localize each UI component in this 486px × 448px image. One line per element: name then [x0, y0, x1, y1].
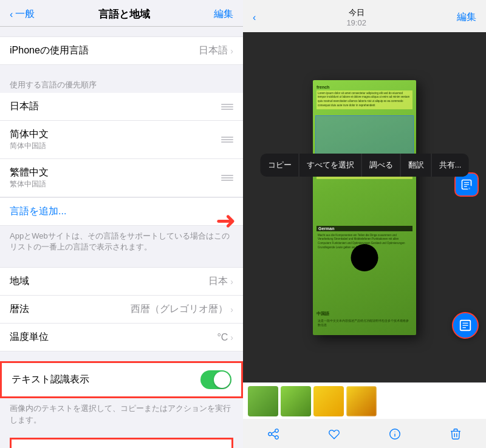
lang-name: 繁體中文	[10, 166, 49, 179]
svg-text:≡: ≡	[468, 186, 470, 190]
language-row-japanese[interactable]: 日本語	[0, 93, 243, 121]
chevron-icon: ›	[230, 46, 233, 56]
right-panel: ‹ 今日 19:02 編集 french Lorem ipsum dolor s…	[243, 0, 486, 448]
add-language-row[interactable]: 言語を追加...	[0, 197, 243, 226]
temperature-row[interactable]: 温度単位 °C ›	[0, 324, 243, 351]
info-icon	[388, 427, 402, 441]
region-value: 日本 ›	[208, 275, 233, 288]
lang-sub: 繁体中国語	[10, 179, 49, 189]
toggle-description: 画像内のテキストを選択して、コピーまたはアクションを実行します。	[0, 398, 243, 430]
heart-icon	[327, 427, 341, 441]
drag-handle	[221, 137, 233, 143]
lang-info: 日本語	[10, 100, 39, 113]
add-language-text: 言語を追加...	[10, 206, 66, 216]
text-selection-highlight	[315, 115, 414, 157]
iphone-language-row[interactable]: iPhoneの使用言語 日本語 ›	[0, 36, 243, 65]
iphone-language-label: iPhoneの使用言語	[10, 44, 89, 57]
iphone-language-value: 日本語 ›	[199, 44, 233, 57]
french-section: french Lorem ipsum dolor sit amet consec…	[317, 85, 412, 109]
book-logo-circle	[351, 244, 378, 271]
copy-menu-item[interactable]: コピー	[261, 154, 299, 177]
toggle-label: テキスト認識表示	[12, 373, 89, 386]
left-panel: ‹ 一般 言語と地域 編集 iPhoneの使用言語 日本語 › 使用する言語の優…	[0, 0, 243, 448]
time-text: 19:02	[256, 18, 457, 27]
region-section: 地域 日本 › 暦法 西暦（グレゴリオ暦） › 温度単位 °C ›	[0, 267, 243, 351]
lang-sub: 简体中国語	[10, 141, 49, 151]
live-text-bottom-icon	[459, 319, 472, 332]
language-description: AppとWebサイトは、その言語をサポートしている場合はこのリストの一番上の言語…	[0, 226, 243, 257]
toggle-section: テキスト認識表示 画像内のテキストを選択して、コピーまたはアクションを実行します…	[0, 361, 243, 430]
edit-button[interactable]: 編集	[214, 8, 233, 21]
section-header: 使用する言語の優先順序	[0, 75, 243, 93]
language-list-section: 使用する言語の優先順序 日本語 简体中文 简体中国語	[0, 75, 243, 257]
select-all-menu-item[interactable]: すべてを選択	[299, 154, 362, 177]
thumbnail-4[interactable]	[346, 386, 377, 416]
region-label: 地域	[10, 275, 29, 288]
favorite-button[interactable]	[323, 425, 346, 443]
right-edit-button[interactable]: 編集	[457, 11, 476, 24]
toggle-switch[interactable]	[200, 370, 231, 389]
lang-name: 简体中文	[10, 128, 49, 141]
iphone-language-section: iPhoneの使用言語 日本語 ›	[0, 36, 243, 65]
toggle-knob	[214, 372, 230, 388]
back-label: 一般	[15, 8, 35, 21]
chevron-icon: ›	[230, 277, 233, 287]
chevron-icon: ›	[230, 333, 233, 342]
page-title: 言語と地域	[98, 7, 150, 21]
language-row-simplified-chinese[interactable]: 简体中文 简体中国語	[0, 121, 243, 159]
live-text-button-bottom[interactable]	[452, 312, 479, 339]
chinese-section: 中国語 这是一段中文文本内容描述产品特点功能说明书包含多个技术规格参数信息	[317, 311, 412, 329]
share-menu-item[interactable]: 共有...	[432, 154, 469, 177]
language-row-traditional-chinese[interactable]: 繁體中文 繁体中国語	[0, 159, 243, 197]
thumbnail-3[interactable]	[313, 386, 344, 416]
share-icon	[267, 427, 280, 441]
calendar-value: 西暦（グレゴリオ暦） ›	[131, 303, 233, 316]
context-menu: コピー すべてを選択 調べる 翻訳 共有...	[261, 154, 469, 177]
photo-wrapper: french Lorem ipsum dolor sit amet consec…	[243, 32, 486, 382]
text-recognition-row[interactable]: テキスト認識表示	[0, 361, 243, 398]
share-button[interactable]	[262, 425, 285, 443]
thumbnail-1[interactable]	[248, 386, 278, 416]
lookup-menu-item[interactable]: 調べる	[362, 154, 401, 177]
right-nav-date: 今日 19:02	[256, 7, 457, 27]
trash-icon	[449, 427, 462, 441]
settings-content: iPhoneの使用言語 日本語 › 使用する言語の優先順序 日本語 简体中文	[0, 27, 243, 448]
lang-name: 日本語	[10, 100, 39, 113]
nav-bar: ‹ 一般 言語と地域 編集	[0, 0, 243, 27]
back-button[interactable]: ‹ 一般	[10, 8, 35, 21]
book-image: french Lorem ipsum dolor sit amet consec…	[313, 80, 416, 335]
drag-handle	[221, 175, 233, 181]
drag-handle	[221, 104, 233, 110]
temperature-label: 温度単位	[10, 331, 49, 344]
thumbnail-strip	[243, 382, 486, 419]
lang-info: 繁體中文 繁体中国語	[10, 166, 49, 189]
temperature-value: °C ›	[217, 332, 233, 343]
live-text-icon: ≡	[460, 178, 473, 191]
photo-area: french Lorem ipsum dolor sit amet consec…	[243, 32, 486, 382]
region-row[interactable]: 地域 日本 ›	[0, 267, 243, 296]
right-nav-bar: ‹ 今日 19:02 編集	[243, 0, 486, 32]
highlighted-text-box: テキスト認識表示	[10, 438, 233, 448]
photo-toolbar	[243, 419, 486, 448]
lang-info: 简体中文 简体中国語	[10, 128, 49, 151]
chevron-icon: ›	[230, 305, 233, 314]
info-button[interactable]	[383, 425, 406, 443]
date-text: 今日	[256, 7, 457, 18]
calendar-label: 暦法	[10, 303, 29, 316]
calendar-row[interactable]: 暦法 西暦（グレゴリオ暦） ›	[0, 296, 243, 324]
thumbnail-2[interactable]	[281, 386, 311, 416]
translate-menu-item[interactable]: 翻訳	[401, 154, 432, 177]
delete-button[interactable]	[444, 425, 467, 443]
